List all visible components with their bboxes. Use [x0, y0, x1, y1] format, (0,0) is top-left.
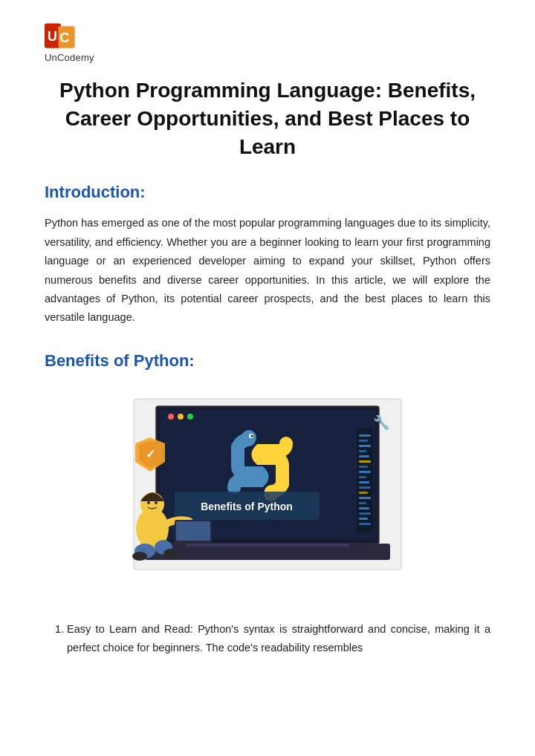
svg-text:🔧: 🔧 — [373, 414, 390, 431]
svg-rect-17 — [359, 455, 369, 457]
python-illustration: 🔧 Benefits of Python — [111, 384, 424, 599]
brand-name: UnCodemy — [45, 52, 94, 63]
svg-point-51 — [132, 552, 147, 561]
article-title: Python Programming Language: Benefits, C… — [45, 76, 490, 160]
svg-rect-18 — [359, 460, 371, 463]
introduction-heading: Introduction: — [45, 183, 490, 202]
page-container: U C UnCodemy Python Programming Language… — [0, 0, 535, 702]
svg-text:Benefits of Python: Benefits of Python — [201, 501, 293, 512]
svg-text:C: C — [59, 30, 69, 45]
svg-rect-24 — [359, 492, 368, 494]
svg-point-45 — [147, 501, 150, 504]
svg-rect-26 — [359, 502, 366, 504]
svg-rect-15 — [359, 445, 371, 447]
svg-point-32 — [241, 430, 256, 445]
svg-rect-21 — [359, 476, 366, 478]
svg-rect-14 — [359, 440, 368, 442]
svg-rect-13 — [359, 434, 371, 437]
svg-point-52 — [163, 549, 178, 558]
benefits-section: Benefits of Python: — [45, 351, 490, 658]
svg-rect-11 — [186, 544, 349, 547]
svg-rect-20 — [359, 471, 371, 473]
svg-rect-28 — [359, 512, 371, 515]
svg-text:U: U — [48, 28, 57, 44]
introduction-paragraph: Python has emerged as one of the most po… — [45, 214, 490, 327]
logo-icon: U C — [45, 22, 80, 50]
logo-area: U C UnCodemy — [45, 22, 490, 63]
list-item: Easy to Learn and Read: Python's syntax … — [67, 620, 490, 658]
list-item-text: Easy to Learn and Read: Python's syntax … — [67, 623, 490, 654]
benefits-list: Easy to Learn and Read: Python's syntax … — [45, 620, 490, 658]
svg-rect-25 — [359, 497, 371, 499]
svg-point-34 — [251, 434, 253, 437]
svg-rect-30 — [359, 523, 371, 525]
svg-rect-12 — [357, 428, 373, 532]
svg-point-7 — [168, 414, 174, 420]
svg-text:✓: ✓ — [146, 448, 155, 460]
svg-point-8 — [178, 414, 184, 420]
svg-rect-23 — [359, 486, 371, 489]
introduction-section: Introduction: Python has emerged as one … — [45, 183, 490, 327]
svg-rect-19 — [359, 466, 368, 468]
svg-rect-27 — [359, 507, 369, 509]
benefits-heading: Benefits of Python: — [45, 351, 490, 371]
python-image-container: 🔧 Benefits of Python — [45, 384, 490, 599]
svg-rect-29 — [359, 518, 368, 520]
svg-rect-48 — [176, 521, 210, 541]
svg-rect-22 — [359, 481, 369, 483]
svg-point-46 — [155, 501, 158, 504]
svg-rect-16 — [359, 450, 366, 452]
svg-point-9 — [187, 414, 193, 420]
